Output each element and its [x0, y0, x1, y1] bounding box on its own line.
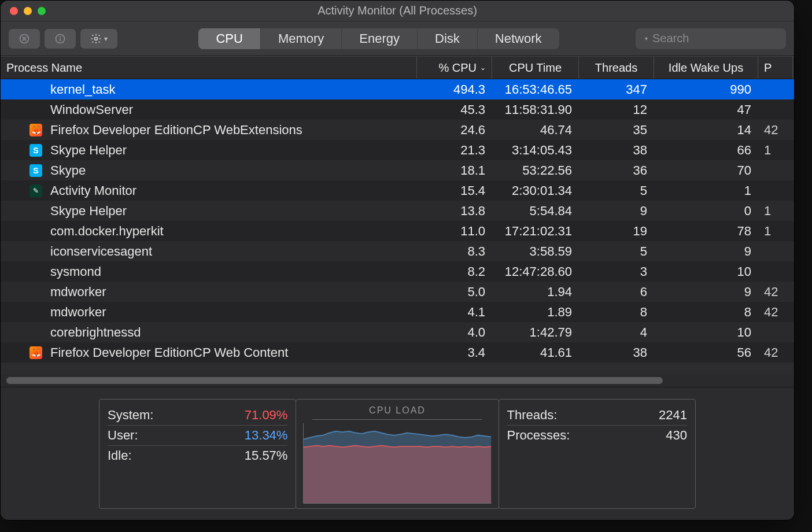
cell-threads: 5	[579, 241, 654, 261]
cpu-load-svg	[304, 423, 491, 503]
cell-cpu-time: 17:21:02.31	[492, 221, 579, 241]
table-row[interactable]: corebrightnessd4.01:42.79410	[1, 322, 794, 342]
cell-wakeups: 47	[654, 99, 758, 120]
app-icon	[29, 83, 42, 96]
cell-threads: 8	[579, 302, 654, 322]
column-threads[interactable]: Threads	[579, 57, 654, 79]
table-row[interactable]: ✎Activity Monitor15.42:30:01.3451	[1, 180, 794, 201]
column-idle-wakeups[interactable]: Idle Wake Ups	[654, 57, 758, 79]
table-row[interactable]: iconservicesagent8.33:58.5959	[1, 241, 794, 261]
cell-cpu-time: 1:42.79	[492, 322, 579, 342]
process-name: Firefox Developer EditionCP WebExtension…	[50, 123, 302, 138]
cell-cpu-percent: 8.2	[417, 261, 492, 282]
window-close-button[interactable]	[10, 7, 18, 15]
cell-wakeups: 8	[654, 302, 758, 322]
tab-network[interactable]: Network	[478, 28, 559, 49]
app-icon	[29, 306, 42, 319]
cell-overflow: 42	[758, 342, 793, 363]
table-row[interactable]: kernel_task494.316:53:46.65347990	[1, 79, 794, 99]
stat-label: Idle:	[108, 448, 132, 463]
process-name: WindowServer	[50, 102, 133, 117]
cell-process-name: WindowServer	[1, 99, 417, 120]
column-process-name[interactable]: Process Name	[1, 57, 417, 79]
table-row[interactable]: WindowServer45.311:58:31.901247	[1, 99, 794, 120]
stat-label: Threads:	[507, 408, 558, 423]
cell-cpu-time: 16:53:46.65	[492, 79, 579, 99]
cell-overflow: 42	[758, 120, 793, 140]
cell-cpu-time: 11:58:31.90	[492, 99, 579, 120]
table-row[interactable]: sysmond8.212:47:28.60310	[1, 261, 794, 282]
cell-wakeups: 9	[654, 241, 758, 261]
inspect-process-button[interactable]	[45, 29, 76, 49]
process-name: kernel_task	[50, 82, 116, 97]
column-cpu-time[interactable]: CPU Time	[492, 57, 579, 79]
scrollbar-thumb[interactable]	[6, 377, 663, 384]
search-field[interactable]: ▾	[636, 28, 786, 49]
cell-cpu-time: 53:22.56	[492, 160, 579, 180]
table-row[interactable]: mdworker4.11.898842	[1, 302, 794, 322]
horizontal-scrollbar[interactable]	[1, 374, 794, 387]
cell-cpu-time: 41.61	[492, 342, 579, 363]
options-menu-button[interactable]: ▾	[80, 29, 117, 49]
window-zoom-button[interactable]	[38, 7, 46, 15]
table-row[interactable]: Skype Helper13.85:54.84901	[1, 201, 794, 221]
cell-process-name: mdworker	[1, 282, 417, 302]
process-name: iconservicesagent	[50, 244, 152, 259]
stop-process-button[interactable]	[9, 29, 40, 49]
cell-cpu-time: 3:58.59	[492, 241, 579, 261]
table-row[interactable]: 🦊Firefox Developer EditionCP WebExtensio…	[1, 120, 794, 140]
cell-cpu-time: 46.74	[492, 120, 579, 140]
cell-threads: 19	[579, 221, 654, 241]
tab-label: Disk	[435, 31, 460, 46]
tab-memory[interactable]: Memory	[261, 28, 342, 49]
stat-label: System:	[108, 408, 153, 423]
cell-threads: 35	[579, 120, 654, 140]
process-name: Activity Monitor	[50, 183, 136, 198]
chevron-down-icon: ▾	[104, 35, 108, 43]
process-name: Skype Helper	[50, 143, 127, 158]
activity-monitor-window: Activity Monitor (All Processes) ▾ CPU M…	[0, 0, 795, 520]
table-row[interactable]: mdworker5.01.946942	[1, 282, 794, 302]
cell-process-name: ✎Activity Monitor	[1, 180, 417, 201]
column-cpu-percent[interactable]: % CPU⌄	[417, 57, 492, 79]
cell-process-name: kernel_task	[1, 79, 417, 99]
search-input[interactable]	[651, 31, 795, 46]
cell-cpu-percent: 4.1	[417, 302, 492, 322]
svg-point-6	[95, 37, 98, 40]
column-overflow[interactable]: P	[758, 57, 793, 79]
cell-cpu-percent: 4.0	[417, 322, 492, 342]
footer-panel: System:71.09% User:13.34% Idle:15.57% CP…	[1, 387, 794, 520]
tab-disk[interactable]: Disk	[418, 28, 478, 49]
cell-cpu-percent: 5.0	[417, 282, 492, 302]
cell-wakeups: 66	[654, 140, 758, 160]
cell-process-name: sysmond	[1, 261, 417, 282]
cell-overflow	[758, 180, 793, 201]
tab-cpu[interactable]: CPU	[198, 28, 260, 49]
cell-process-name: mdworker	[1, 302, 417, 322]
cell-process-name: SSkype Helper	[1, 140, 417, 160]
cell-overflow	[758, 99, 793, 120]
cell-process-name: Skype Helper	[1, 201, 417, 221]
table-row[interactable]: com.docker.hyperkit11.017:21:02.3119781	[1, 221, 794, 241]
cell-overflow: 1	[758, 201, 793, 221]
table-row[interactable]: 🦊Firefox Developer EditionCP Web Content…	[1, 342, 794, 363]
cell-cpu-percent: 494.3	[417, 79, 492, 99]
cell-cpu-time: 2:30:01.34	[492, 180, 579, 201]
window-minimize-button[interactable]	[24, 7, 32, 15]
cell-overflow	[758, 241, 793, 261]
table-row[interactable]: SSkype18.153:22.563670	[1, 160, 794, 180]
app-icon	[29, 245, 42, 258]
process-table[interactable]: kernel_task494.316:53:46.65347990WindowS…	[1, 79, 794, 374]
cell-overflow	[758, 322, 793, 342]
cell-cpu-percent: 8.3	[417, 241, 492, 261]
cpu-load-stats: System:71.09% User:13.34% Idle:15.57%	[99, 399, 296, 509]
tab-energy[interactable]: Energy	[342, 28, 418, 49]
tab-label: Energy	[359, 31, 400, 46]
cell-overflow	[758, 261, 793, 282]
cpu-load-chart: CPU LOAD	[296, 399, 499, 509]
table-row[interactable]: SSkype Helper21.33:14:05.4338661	[1, 140, 794, 160]
activity-monitor-icon: ✎	[29, 184, 42, 197]
cell-wakeups: 56	[654, 342, 758, 363]
cell-process-name: corebrightnessd	[1, 322, 417, 342]
process-name: sysmond	[50, 264, 101, 279]
